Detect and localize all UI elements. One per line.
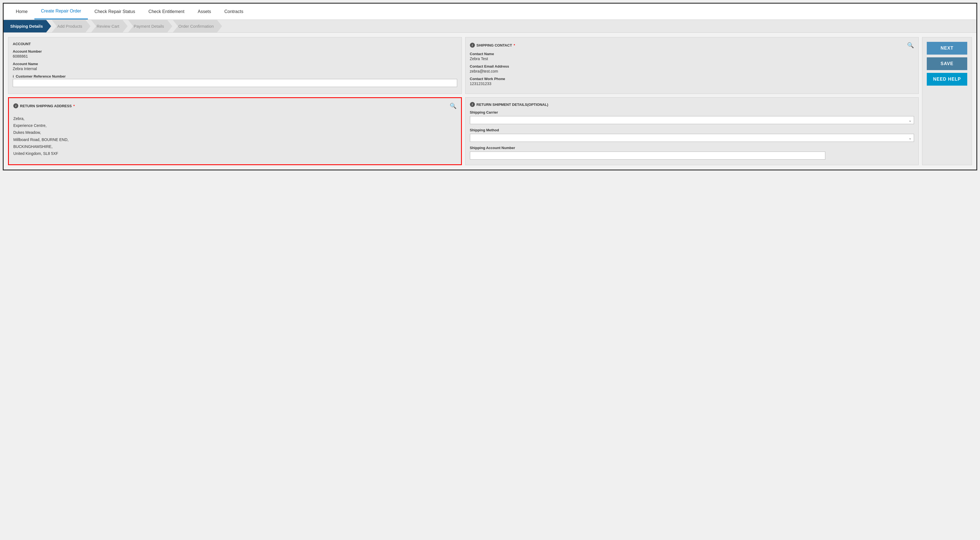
address-line-1: Zebra, bbox=[13, 116, 24, 121]
nav-check-repair-status[interactable]: Check Repair Status bbox=[88, 4, 142, 19]
return-address-card: i RETURN SHIPPING ADDRESS * 🔍 Zebra, Exp… bbox=[8, 97, 462, 165]
carrier-label: Shipping Carrier bbox=[470, 110, 914, 114]
buttons-card: NEXT SAVE NEED HELP bbox=[922, 37, 972, 165]
contact-phone-value: 1231231233 bbox=[470, 81, 914, 86]
return-shipment-card: i RETURN SHIPMENT DETAILS(OPTIONAL) Ship… bbox=[465, 97, 919, 165]
info-icon-shipment: i bbox=[470, 102, 475, 107]
address-line-3: Dukes Meadow, bbox=[13, 130, 41, 135]
shipping-carrier-wrapper: ⌄ bbox=[470, 116, 914, 124]
contact-phone-label: Contact Work Phone bbox=[470, 77, 914, 81]
account-number-value: 6088861 bbox=[13, 54, 457, 59]
need-help-button[interactable]: NEED HELP bbox=[927, 73, 967, 86]
wizard-bar: Shipping Details Add Products Review Car… bbox=[3, 20, 977, 33]
info-icon-shipping: i bbox=[470, 43, 475, 48]
shipping-carrier-select[interactable] bbox=[470, 116, 914, 124]
shipping-account-input[interactable] bbox=[470, 152, 825, 160]
account-card-title: ACCOUNT bbox=[13, 42, 457, 46]
contact-name-label: Contact Name bbox=[470, 52, 914, 56]
search-icon-address[interactable]: 🔍 bbox=[450, 103, 457, 109]
wizard-step-add-products[interactable]: Add Products bbox=[52, 20, 91, 32]
wizard-step-payment-details[interactable]: Payment Details bbox=[128, 20, 172, 32]
shipping-contact-title: i SHIPPING CONTACT * 🔍 bbox=[470, 42, 914, 49]
info-icon-return: i bbox=[13, 103, 18, 108]
info-icon: i bbox=[13, 74, 14, 78]
top-nav: Home Create Repair Order Check Repair St… bbox=[3, 3, 977, 20]
shipping-method-select[interactable] bbox=[470, 134, 914, 142]
nav-contracts[interactable]: Contracts bbox=[218, 4, 250, 19]
nav-create-repair-order[interactable]: Create Repair Order bbox=[34, 3, 88, 19]
main-content: ACCOUNT Account Number 6088861 Account N… bbox=[3, 33, 977, 170]
account-number-label: Account Number bbox=[13, 49, 457, 54]
customer-ref-input[interactable] bbox=[13, 79, 457, 87]
address-line-6: United Kingdom, SL8 5XF bbox=[13, 151, 58, 156]
method-label: Shipping Method bbox=[470, 128, 914, 132]
nav-check-entitlement[interactable]: Check Entitlement bbox=[142, 4, 191, 19]
search-icon-contact[interactable]: 🔍 bbox=[907, 42, 914, 49]
shipping-method-wrapper: ⌄ bbox=[470, 134, 914, 142]
account-name-value: Zebra Internal bbox=[13, 67, 457, 71]
contact-email-value: zebra@test.com bbox=[470, 69, 914, 73]
save-button[interactable]: SAVE bbox=[927, 57, 967, 70]
contact-name-value: Zebra Test bbox=[470, 57, 914, 61]
return-address-text: Zebra, Experience Centre, Dukes Meadow, … bbox=[13, 113, 457, 160]
wizard-step-review-cart[interactable]: Review Cart bbox=[91, 20, 128, 32]
next-button[interactable]: NEXT bbox=[927, 42, 967, 55]
return-address-title: i RETURN SHIPPING ADDRESS * 🔍 bbox=[13, 103, 457, 109]
content-grid: ACCOUNT Account Number 6088861 Account N… bbox=[8, 37, 972, 165]
customer-ref-label: i Customer Reference Number bbox=[13, 74, 457, 78]
address-line-4: Millboard Road, BOURNE END, bbox=[13, 137, 68, 142]
address-line-5: BUCKINGHAMSHIRE, bbox=[13, 145, 52, 149]
nav-assets[interactable]: Assets bbox=[191, 4, 218, 19]
account-card: ACCOUNT Account Number 6088861 Account N… bbox=[8, 37, 462, 94]
shipping-account-label: Shipping Account Number bbox=[470, 146, 914, 150]
nav-home[interactable]: Home bbox=[9, 4, 34, 19]
shipping-contact-card: i SHIPPING CONTACT * 🔍 Contact Name Zebr… bbox=[465, 37, 919, 94]
wizard-step-shipping-details[interactable]: Shipping Details bbox=[3, 20, 51, 32]
account-name-label: Account Name bbox=[13, 62, 457, 66]
contact-email-label: Contact Email Address bbox=[470, 64, 914, 68]
wizard-step-order-confirmation[interactable]: Order Confirmation bbox=[173, 20, 222, 32]
return-shipment-title: i RETURN SHIPMENT DETAILS(OPTIONAL) bbox=[470, 102, 914, 107]
address-line-2: Experience Centre, bbox=[13, 123, 46, 128]
